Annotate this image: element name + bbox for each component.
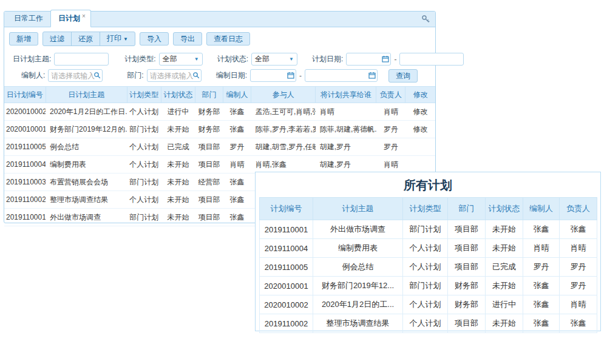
column-header[interactable]: 编制人 <box>223 87 251 103</box>
table-cell: 罗丹 <box>523 258 560 277</box>
table-cell: 已完成 <box>161 138 195 156</box>
table-cell[interactable]: 修改 <box>405 121 435 138</box>
table-row[interactable]: 2019110001外出做市场调查部门计划项目部未开始张鑫张鑫 <box>260 220 597 239</box>
table-cell: 2019110001 <box>260 220 313 239</box>
column-header[interactable]: 日计划编号 <box>4 87 46 103</box>
table-cell[interactable]: 2020010001 <box>4 121 46 138</box>
calendar-icon[interactable] <box>368 72 376 79</box>
plan-date-to-input[interactable] <box>399 53 464 66</box>
date-range-separator: - <box>299 72 302 80</box>
key-icon[interactable] <box>421 15 430 24</box>
table-cell: 项目部 <box>448 314 486 333</box>
view-log-button[interactable]: 查看日志 <box>206 32 250 46</box>
table-cell: 个人计划 <box>403 295 448 314</box>
table-cell[interactable]: 2019110005 <box>4 138 46 156</box>
tab-daily-plan[interactable]: 日计划 × <box>50 10 91 27</box>
table-cell: 张鑫 <box>223 209 251 226</box>
search-icon[interactable] <box>93 72 101 79</box>
table-cell: 未开始 <box>161 174 195 191</box>
calendar-icon[interactable] <box>382 55 389 62</box>
column-header[interactable]: 参与人 <box>251 87 316 103</box>
column-header[interactable]: 部门 <box>195 87 223 103</box>
table-cell: 经营部 <box>195 174 223 191</box>
print-button-label: 打印 <box>107 34 121 42</box>
new-button[interactable]: 新增 <box>9 32 38 46</box>
table-cell: 个人计划 <box>403 314 448 333</box>
table-cell: 胡建,胡雪,罗丹,任晓... <box>251 138 316 156</box>
table-cell: 编制费用表 <box>313 239 403 258</box>
close-icon[interactable]: × <box>82 13 86 19</box>
table-cell[interactable]: 2020010002 <box>4 103 46 121</box>
tab-daily-work[interactable]: 日常工作 <box>7 10 50 27</box>
type-select[interactable]: 全部 ▼ <box>159 53 203 66</box>
table-cell[interactable]: 2019110002 <box>4 191 46 209</box>
column-header: 负责人 <box>560 198 597 220</box>
table-cell: 财务部 <box>448 295 486 314</box>
dept-label: 部门: <box>127 70 143 81</box>
column-header[interactable]: 修改 <box>405 87 435 103</box>
table-cell[interactable]: 2019110003 <box>4 174 46 191</box>
toolbar: 新增 过滤 还原 打印▼ 导入 导出 查看日志 <box>4 27 435 50</box>
table-cell: 财务部门2019年12... <box>313 277 403 295</box>
export-button[interactable]: 导出 <box>173 32 202 46</box>
table-cell: 肖晴 <box>376 103 405 121</box>
table-cell: 罗丹 <box>376 138 405 156</box>
table-cell: 部门计划 <box>403 220 448 239</box>
table-row[interactable]: 2019110005例会总结个人计划项目部已完成罗丹罗丹 <box>260 258 597 277</box>
column-header: 部门 <box>448 198 486 220</box>
filter-area: 日计划主题: 计划类型: 全部 ▼ 计划状态: 全部 ▼ 计划日期: <box>4 50 435 86</box>
table-cell: 2020年1月2日的工... <box>313 295 403 314</box>
column-header[interactable]: 计划状态 <box>161 87 195 103</box>
plan-date-label: 计划日期: <box>312 54 343 64</box>
column-header[interactable]: 计划类型 <box>127 87 161 103</box>
restore-button[interactable]: 还原 <box>71 32 100 46</box>
table-cell: 编制费用表 <box>46 156 127 174</box>
table-cell: 张鑫 <box>523 295 560 314</box>
table-row[interactable]: 2019110005例会总结个人计划已完成项目部罗丹胡建,胡雪,罗丹,任晓...… <box>4 138 435 156</box>
table-cell: 例会总结 <box>46 138 127 156</box>
filter-row-2: 编制人: 部门: <box>9 67 430 84</box>
type-select-value: 全部 <box>163 54 177 64</box>
tab-daily-plan-label: 日计划 <box>58 13 80 24</box>
table-cell: 个人计划 <box>403 258 448 277</box>
table-cell: 财务部 <box>195 103 223 121</box>
table-body: 2019110001外出做市场调查部门计划项目部未开始张鑫张鑫201911000… <box>260 220 597 333</box>
table-cell: 张鑫 <box>560 314 597 333</box>
table-cell: 张鑫 <box>223 103 251 121</box>
table-cell: 张鑫 <box>223 174 251 191</box>
compile-date-to-input[interactable] <box>305 69 378 82</box>
table-cell: 张鑫 <box>223 121 251 138</box>
table-cell[interactable]: 修改 <box>405 103 435 121</box>
calendar-icon[interactable] <box>287 72 294 79</box>
table-cell: 张鑫 <box>560 220 597 239</box>
search-icon[interactable] <box>192 72 200 79</box>
table-cell: 肖晴 <box>560 239 597 258</box>
table-row[interactable]: 2020010001财务部门2019年12月的...部门计划未开始财务部张鑫陈菲… <box>4 121 435 138</box>
table-cell: 罗丹 <box>560 277 597 295</box>
column-header[interactable]: 日计划主题 <box>46 87 127 103</box>
print-button[interactable]: 打印▼ <box>100 32 135 46</box>
all-plans-table: 计划编号计划主题计划类型部门计划状态编制人负责人 2019110001外出做市场… <box>259 197 597 333</box>
table-row[interactable]: 2020010001财务部门2019年12...部门计划财务部未开始张鑫罗丹 <box>260 277 597 295</box>
column-header[interactable]: 将计划共享给谁 <box>316 87 376 103</box>
table-row[interactable]: 20200100022020年1月2日的工...个人计划财务部进行中张鑫肖晴 <box>260 295 597 314</box>
table-cell[interactable]: 2019110001 <box>4 209 46 226</box>
table-cell[interactable]: 2019110004 <box>4 156 46 174</box>
table-cell: 张鑫 <box>523 314 560 333</box>
table-cell: 已完成 <box>486 258 523 277</box>
query-button[interactable]: 查询 <box>388 69 418 83</box>
subject-input[interactable] <box>54 53 109 66</box>
table-cell: 个人计划 <box>127 103 161 121</box>
table-row[interactable]: 2019110004编制费用表个人计划项目部未开始肖晴肖晴 <box>260 239 597 258</box>
column-header[interactable]: 负责人 <box>376 87 405 103</box>
filter-button[interactable]: 过滤 <box>42 32 72 46</box>
table-cell: 2020010002 <box>260 295 313 314</box>
status-select[interactable]: 全部 ▼ <box>251 53 297 66</box>
table-cell: 项目部 <box>195 209 223 226</box>
table-cell: 2020年1月2日的工作日... <box>46 103 127 121</box>
table-row[interactable]: 2019110004编制费用表个人计划未开始项目部肖晴肖晴,张鑫胡建,罗丹肖晴 <box>4 156 435 174</box>
import-button[interactable]: 导入 <box>140 32 169 46</box>
table-row[interactable]: 2019110002整理市场调查结果个人计划项目部未开始张鑫张鑫 <box>260 314 597 333</box>
table-row[interactable]: 20200100022020年1月2日的工作日...个人计划进行中财务部张鑫孟浩… <box>4 103 435 121</box>
table-cell: 未开始 <box>161 156 195 174</box>
